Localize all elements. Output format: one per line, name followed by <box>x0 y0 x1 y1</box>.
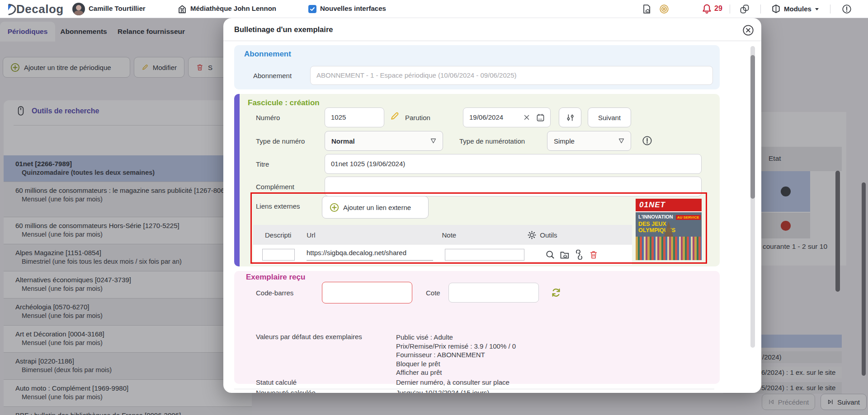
fascicule-section-title: Fascicule : création <box>248 98 320 107</box>
close-button[interactable] <box>741 23 755 37</box>
default-value: Public visé : Adulte <box>396 333 516 342</box>
modules-menu[interactable]: Modules <box>771 4 819 14</box>
notifications-bell-icon[interactable] <box>702 4 712 14</box>
new-interfaces-label: Nouvelles interfaces <box>320 5 386 12</box>
col-note: Note <box>442 231 457 239</box>
add-external-link-button[interactable]: Ajouter un lien externe <box>322 196 429 219</box>
abonnement-input[interactable]: ABONNEMENT - 1 - Espace périodique (10/0… <box>310 66 713 85</box>
type-numerotation-label: Type de numérotation <box>459 137 525 145</box>
plus-circle-icon <box>330 203 339 212</box>
code-barres-input[interactable] <box>322 282 412 303</box>
check-icon <box>310 6 315 12</box>
col-outils: Outils <box>528 231 557 239</box>
default-value: Bloquer le prêt <box>396 359 516 368</box>
new-interfaces-checkbox[interactable] <box>308 5 316 13</box>
links-table-header: Descripti Url Note Outils <box>253 225 632 245</box>
section-accent-bar <box>234 94 240 266</box>
delete-link-trash-icon[interactable] <box>589 250 599 260</box>
divider <box>830 5 830 14</box>
cover-masthead: 01NET <box>636 199 702 212</box>
abonnement-section-title: Abonnement <box>244 50 291 59</box>
modules-label: Modules <box>784 5 811 13</box>
logo-text: Decalog <box>16 2 64 16</box>
avatar[interactable] <box>72 3 85 15</box>
titre-label: Titre <box>256 160 269 168</box>
file-cloud-icon[interactable] <box>642 4 652 14</box>
pencil-icon[interactable] <box>390 111 400 121</box>
description-input[interactable] <box>262 249 295 261</box>
filters-button[interactable] <box>559 107 581 127</box>
abonnement-section: Abonnement Abonnement ABONNEMENT - 1 - E… <box>234 45 720 89</box>
cover-line1: L'INNOVATION <box>636 212 673 219</box>
complement-label: Complément <box>256 183 294 191</box>
sliders-icon <box>566 113 575 122</box>
chevron-down-icon <box>815 7 819 11</box>
type-numero-label: Type de numéro <box>256 137 305 145</box>
link-chain-icon[interactable] <box>574 250 584 260</box>
suivant-button[interactable]: Suivant <box>588 107 631 127</box>
default-value: Fournisseur : ABONNEMENT <box>396 350 516 359</box>
modules-icon <box>771 4 781 14</box>
parution-label: Parution <box>405 114 430 121</box>
defaults-label: Valeurs par défaut des exemplaires <box>256 333 362 340</box>
cote-label: Cote <box>426 289 440 297</box>
complement-input[interactable] <box>325 177 702 196</box>
warning-icon[interactable] <box>642 135 652 146</box>
link-chain-icon[interactable] <box>740 4 750 14</box>
parution-value: 19/06/2024 <box>469 113 503 121</box>
notification-count-badge: 29 <box>714 5 722 13</box>
type-numerotation-value: Simple <box>554 137 575 145</box>
add-external-link-label: Ajouter un lien externe <box>343 204 411 211</box>
divider <box>730 5 730 14</box>
search-icon[interactable] <box>545 250 555 260</box>
type-numero-value: Normal <box>331 137 355 145</box>
folder-cloud-icon[interactable] <box>560 250 570 260</box>
divider <box>234 389 714 389</box>
liens-externes-label: Liens externes <box>256 202 300 210</box>
exemplaire-section-title: Exemplaire reçu <box>246 273 305 282</box>
numero-label: Numéro <box>256 114 280 121</box>
note-input[interactable] <box>445 249 524 261</box>
numero-input[interactable]: 1025 <box>325 107 384 127</box>
url-input[interactable]: https://sigbqa.decalog.net/shared <box>307 249 433 261</box>
titre-input[interactable]: 01net 1025 (19/06/2024) <box>325 154 702 174</box>
cote-input[interactable] <box>448 283 539 303</box>
links-table-row: https://sigbqa.decalog.net/shared <box>253 245 632 265</box>
app-logo[interactable]: Decalog <box>6 2 64 16</box>
nouveaute-value: Jusqu'au 10/12/2024 (15 jours) <box>396 389 489 393</box>
col-description: Descripti <box>265 231 291 239</box>
refresh-icon[interactable] <box>551 287 561 298</box>
chevron-down-icon <box>430 138 436 144</box>
type-numerotation-select[interactable]: Simple <box>547 131 631 151</box>
calendar-icon[interactable] <box>536 113 545 122</box>
fascicule-section: Fascicule : création Numéro 1025 Parutio… <box>234 94 720 266</box>
parution-date-input[interactable]: 19/06/2024 <box>463 107 551 127</box>
library-building-icon <box>177 4 187 14</box>
close-icon <box>742 24 754 36</box>
user-name[interactable]: Camille Tourtillier <box>89 5 146 12</box>
defaults-values: Public visé : Adulte Prix/Remise/Prix re… <box>396 333 516 377</box>
suivant-label: Suivant <box>598 114 621 121</box>
chevron-down-icon <box>618 138 624 144</box>
gear-icon <box>528 231 536 239</box>
library-name[interactable]: Médiathèque John Lennon <box>190 5 276 12</box>
default-value: Prix/Remise/Prix remisé : 3.9 / 100% / 0 <box>396 342 516 351</box>
nouveaute-label: Nouveauté calculée <box>256 389 316 393</box>
statut-label: Statut calculé <box>256 378 297 386</box>
broadcast-target-icon[interactable] <box>659 4 669 14</box>
divider <box>760 5 761 14</box>
modal-scrollbar-thumb[interactable] <box>750 55 755 199</box>
logo-pennant-icon <box>6 3 16 16</box>
divider <box>223 41 761 41</box>
code-barres-label: Code-barres <box>256 289 293 297</box>
magazine-cover: 01NET L'INNOVATIONAU SERVICE DES JEUX OL… <box>636 199 702 260</box>
cover-line2: AU SERVICE <box>676 215 701 220</box>
abonnement-field-label: Abonnement <box>253 72 292 79</box>
exemplaire-section: Exemplaire reçu Code-barres Cote Valeurs… <box>234 271 720 384</box>
col-outils-label: Outils <box>540 231 557 239</box>
bulletinage-modal: Bulletinage d'un exemplaire Abonnement A… <box>223 18 761 393</box>
clear-icon[interactable] <box>523 114 530 121</box>
app-header: Decalog Camille Tourtillier Médiathèque … <box>0 0 868 18</box>
type-numero-select[interactable]: Normal <box>325 131 443 151</box>
info-icon[interactable] <box>842 4 852 14</box>
